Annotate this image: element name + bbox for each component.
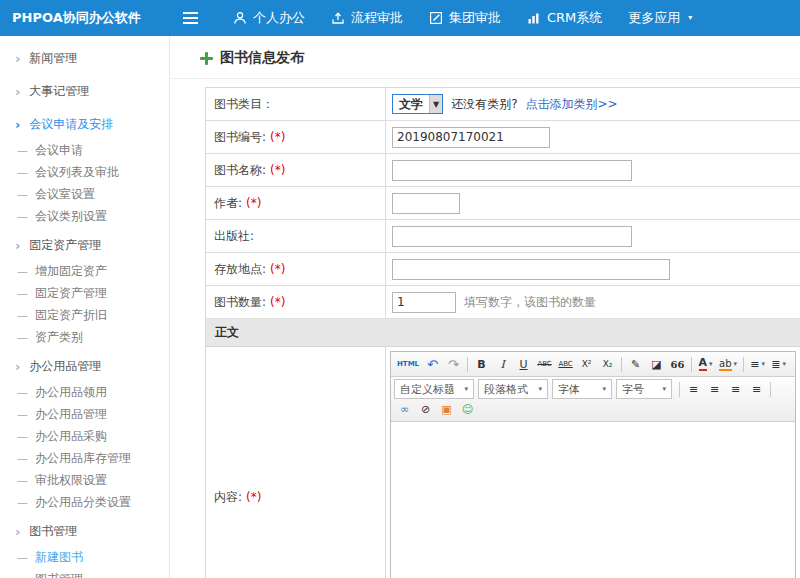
sidebar-item-meeting-room[interactable]: — 会议室设置: [0, 183, 169, 205]
chart-bars-icon: [527, 11, 541, 25]
publisher-input[interactable]: [392, 226, 632, 247]
sidebar-item-meeting-category[interactable]: — 会议类别设置: [0, 205, 169, 227]
user-icon: [233, 11, 247, 25]
book-no-input[interactable]: [392, 127, 550, 148]
dash-icon: —: [17, 210, 28, 223]
superscript-button[interactable]: X²: [576, 354, 597, 374]
sidebar-item-book-manage[interactable]: — 图书管理: [0, 568, 169, 578]
remove-format-icon: ◪: [651, 358, 661, 371]
add-category-link[interactable]: 点击添加类别>>: [526, 96, 618, 113]
sidebar-group-books[interactable]: › 图书管理: [0, 517, 169, 546]
font-family-dropdown[interactable]: 字体▾: [552, 379, 612, 399]
align-left-button[interactable]: ≡: [683, 379, 704, 399]
required-mark: (*): [270, 295, 285, 309]
toolbar-divider: [691, 357, 692, 372]
category-select[interactable]: 文学 ▼: [392, 94, 443, 114]
sidebar-group-label: 会议申请及安排: [29, 116, 113, 133]
dash-icon: —: [17, 309, 28, 322]
sidebar-group-meeting[interactable]: › 会议申请及安排: [0, 110, 169, 139]
sidebar-group-label: 新闻管理: [29, 50, 77, 67]
dash-icon: —: [17, 474, 28, 487]
strikethrough-button[interactable]: ABC: [534, 354, 555, 374]
format-painter-button[interactable]: ✎: [625, 354, 646, 374]
sidebar-item-approval-permission[interactable]: — 审批权限设置: [0, 469, 169, 491]
italic-icon: I: [500, 358, 504, 371]
sidebar-item-label: 增加固定资产: [35, 263, 107, 280]
menu-toggle-button[interactable]: [170, 0, 210, 36]
unlink-button[interactable]: ⊘: [415, 399, 436, 419]
form-row-content: 内容: (*) HTML ↶ ↷ B: [206, 347, 800, 578]
sidebar-item-supplies-category[interactable]: — 办公用品分类设置: [0, 491, 169, 513]
sidebar-item-supplies-purchase[interactable]: — 办公用品采购: [0, 425, 169, 447]
sidebar-item-meeting-list[interactable]: — 会议列表及审批: [0, 161, 169, 183]
superscript-icon: X²: [582, 359, 592, 369]
caret-down-icon: ▾: [602, 385, 606, 393]
quantity-input[interactable]: [392, 292, 456, 313]
font-size-dropdown[interactable]: 字号▾: [616, 379, 672, 399]
link-button[interactable]: ∞: [394, 399, 415, 419]
content-label: 内容:: [214, 489, 242, 506]
redo-button[interactable]: ↷: [443, 354, 464, 374]
quantity-hint: 填写数字，该图书的数量: [464, 294, 596, 311]
nav-process-approval[interactable]: 流程审批: [318, 0, 416, 36]
sidebar-item-supplies-claim[interactable]: — 办公用品领用: [0, 381, 169, 403]
paragraph-format-dropdown[interactable]: 段落格式▾: [478, 379, 548, 399]
highlight-color-icon: ab: [719, 358, 731, 371]
topbar: PHPOA协同办公软件 个人办公 流程审批: [0, 0, 800, 36]
insert-image-button[interactable]: ▣: [436, 399, 457, 419]
location-input[interactable]: [392, 259, 670, 280]
bold-button[interactable]: B: [471, 354, 492, 374]
editor-content-area[interactable]: [391, 422, 795, 578]
align-justify-button[interactable]: ≡: [746, 379, 767, 399]
sidebar-group-label: 办公用品管理: [29, 358, 101, 375]
autotypeset-button[interactable]: ABC: [555, 354, 576, 374]
sidebar-item-asset-add[interactable]: — 增加固定资产: [0, 260, 169, 282]
align-center-button[interactable]: ≡: [704, 379, 725, 399]
dash-icon: —: [17, 452, 28, 465]
sidebar-item-label: 固定资产管理: [35, 285, 107, 302]
align-justify-icon: ≡: [752, 383, 761, 396]
nav-group-approval[interactable]: 集团审批: [416, 0, 514, 36]
underline-button[interactable]: U: [513, 354, 534, 374]
sidebar-group-news[interactable]: › 新闻管理: [0, 44, 169, 73]
nav-crm-system[interactable]: CRM系统: [514, 0, 615, 36]
undo-button[interactable]: ↶: [422, 354, 443, 374]
book-name-input[interactable]: [392, 160, 632, 181]
blockquote-button[interactable]: 66: [667, 354, 688, 374]
highlight-color-button[interactable]: ab▾: [716, 354, 740, 374]
dash-icon: —: [17, 188, 28, 201]
sidebar-item-book-new[interactable]: — 新建图书: [0, 546, 169, 568]
sidebar-item-asset-category[interactable]: — 资产类别: [0, 326, 169, 348]
category-select-value: 文学: [399, 96, 423, 113]
align-right-button[interactable]: ≡: [725, 379, 746, 399]
emotion-button[interactable]: ☺: [457, 399, 478, 419]
subscript-button[interactable]: X₂: [597, 354, 618, 374]
plus-icon: [200, 52, 213, 65]
font-color-button[interactable]: A▾: [695, 354, 716, 374]
author-input[interactable]: [392, 193, 460, 214]
sidebar-item-meeting-apply[interactable]: — 会议申请: [0, 139, 169, 161]
unordered-list-button[interactable]: ≡▾: [747, 354, 768, 374]
remove-format-button[interactable]: ◪: [646, 354, 667, 374]
category-hint: 还没有类别?: [451, 96, 517, 113]
source-code-button[interactable]: HTML: [394, 354, 422, 374]
sidebar-item-asset-depreciation[interactable]: — 固定资产折旧: [0, 304, 169, 326]
ordered-list-button[interactable]: ≣▾: [768, 354, 789, 374]
flow-approval-icon: [331, 11, 345, 25]
nav-personal-office[interactable]: 个人办公: [220, 0, 318, 36]
sidebar-item-label: 办公用品库存管理: [35, 450, 131, 467]
sidebar-item-supplies-manage[interactable]: — 办公用品管理: [0, 403, 169, 425]
edit-approval-icon: [429, 11, 443, 25]
sidebar-item-label: 新建图书: [35, 549, 83, 566]
sidebar-item-supplies-inventory[interactable]: — 办公用品库存管理: [0, 447, 169, 469]
nav-label: 更多应用: [628, 9, 680, 27]
sidebar-item-asset-manage[interactable]: — 固定资产管理: [0, 282, 169, 304]
sidebar-group-office-supplies[interactable]: › 办公用品管理: [0, 352, 169, 381]
heading-dropdown[interactable]: 自定义标题▾: [394, 379, 474, 399]
sidebar-group: › 新闻管理: [0, 44, 169, 73]
nav-more-apps[interactable]: 更多应用 ▾: [615, 0, 705, 36]
sidebar-group-memorabilia[interactable]: › 大事记管理: [0, 77, 169, 106]
align-left-icon: ≡: [689, 383, 698, 396]
sidebar-group-fixed-assets[interactable]: › 固定资产管理: [0, 231, 169, 260]
italic-button[interactable]: I: [492, 354, 513, 374]
